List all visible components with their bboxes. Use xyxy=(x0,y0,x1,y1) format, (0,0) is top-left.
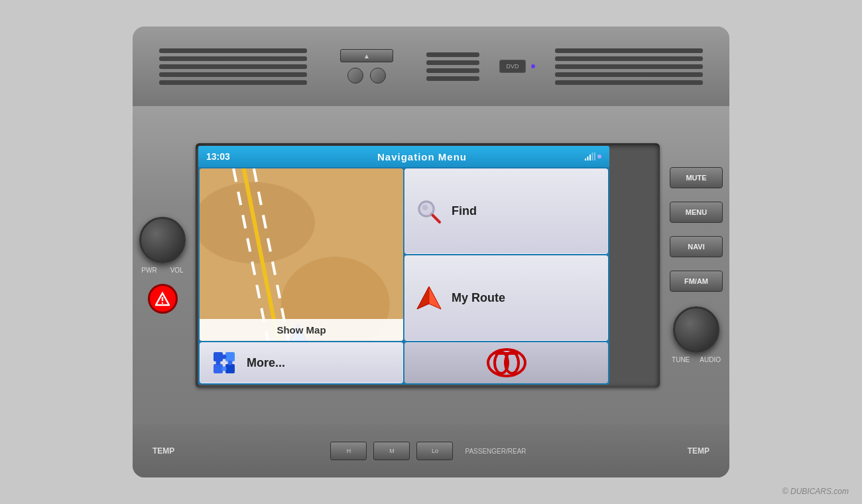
car-head-unit: ▲ DVD xyxy=(133,27,729,477)
vent-slot xyxy=(159,64,307,69)
right-buttons: MUTE MENU NAVI FM/AM TUNE AUDIO xyxy=(670,167,723,363)
magnifier-icon xyxy=(416,198,442,225)
screen-topbar: 13:03 Navigation Menu xyxy=(198,146,609,167)
eject-button[interactable]: ▲ xyxy=(340,49,393,62)
left-controls: PWR VOL xyxy=(139,217,186,314)
svg-rect-26 xyxy=(225,364,235,373)
svg-point-27 xyxy=(222,355,227,359)
temp-left-label: TEMP xyxy=(153,446,174,456)
svg-rect-24 xyxy=(225,352,235,361)
navigation-screen: 13:03 Navigation Menu xyxy=(198,146,609,385)
more-button[interactable]: More... xyxy=(200,342,403,383)
vent-slot xyxy=(159,80,307,85)
vent-dots xyxy=(347,68,386,84)
screen-bezel: 13:03 Navigation Menu xyxy=(196,143,660,387)
screen-title: Navigation Menu xyxy=(259,151,585,162)
route-icon xyxy=(414,284,444,313)
screen-container: 13:03 Navigation Menu xyxy=(196,143,660,387)
svg-point-30 xyxy=(228,361,233,365)
svg-marker-21 xyxy=(417,286,429,309)
clock-display: 13:03 xyxy=(206,151,259,162)
watermark: © DUBICARS.com xyxy=(782,487,849,496)
passenger-rear-label: PASSENGER/REAR xyxy=(460,442,531,460)
hazard-icon xyxy=(155,292,170,306)
vent-slot xyxy=(159,72,307,77)
navi-button[interactable]: NAVI xyxy=(670,236,723,257)
vent-dot-right xyxy=(370,68,386,84)
led-indicator xyxy=(531,64,535,68)
h-button[interactable]: H xyxy=(330,442,367,460)
bottom-controls: TEMP H M Lo PASSENGER/REAR TEMP xyxy=(133,424,729,477)
vent-slot xyxy=(159,56,307,61)
svg-point-17 xyxy=(422,205,428,210)
vent-slot xyxy=(555,80,703,85)
menu-button[interactable]: MENU xyxy=(670,202,723,223)
right-vent xyxy=(555,48,703,85)
svg-point-2 xyxy=(162,302,163,303)
vent-slot xyxy=(426,52,479,57)
vol-label: VOL xyxy=(170,267,184,274)
show-map-label: Show Map xyxy=(200,319,403,341)
find-button[interactable]: Find xyxy=(404,168,608,254)
vent-slot xyxy=(426,76,479,81)
signal-icon xyxy=(585,152,595,161)
more-label: More... xyxy=(247,356,285,370)
svg-point-29 xyxy=(222,367,227,371)
svg-marker-22 xyxy=(429,286,441,309)
my-route-button[interactable]: My Route xyxy=(404,255,608,341)
center-vent xyxy=(426,52,479,81)
vent-slot xyxy=(426,68,479,73)
fm-am-button[interactable]: FM/AM xyxy=(670,271,723,292)
mute-button[interactable]: MUTE xyxy=(670,167,723,188)
svg-rect-23 xyxy=(214,352,223,361)
cd-slot-area: ▲ xyxy=(327,49,406,84)
pwr-label: PWR xyxy=(141,267,156,274)
vol-knob-container: PWR VOL xyxy=(139,217,186,274)
toyota-logo-icon xyxy=(487,346,526,379)
vent-slot xyxy=(159,48,307,53)
tune-knob-container: TUNE AUDIO xyxy=(670,306,723,363)
vent-slot xyxy=(555,64,703,69)
dvd-area: DVD xyxy=(499,60,535,73)
screen-grid: Show Map xyxy=(198,167,609,385)
svg-point-28 xyxy=(216,361,221,365)
my-route-label: My Route xyxy=(452,291,505,305)
svg-rect-34 xyxy=(495,352,519,355)
left-vent xyxy=(159,48,307,85)
svg-rect-25 xyxy=(214,364,223,373)
find-label: Find xyxy=(452,204,477,218)
find-icon xyxy=(414,197,444,226)
vent-slot xyxy=(555,56,703,61)
tune-label: TUNE xyxy=(672,356,690,363)
vol-knob[interactable] xyxy=(139,217,186,263)
vent-slot xyxy=(426,60,479,65)
hazard-button[interactable] xyxy=(148,284,178,314)
puzzle-icon xyxy=(211,349,237,376)
vent-dot-left xyxy=(347,68,363,84)
toyota-button[interactable] xyxy=(404,342,608,383)
vent-top: ▲ DVD xyxy=(133,27,729,106)
vent-slot xyxy=(555,72,703,77)
audio-label: AUDIO xyxy=(700,356,721,363)
lo-button[interactable]: Lo xyxy=(416,442,453,460)
vent-slot xyxy=(555,48,703,53)
signal-area xyxy=(585,152,601,161)
svg-line-18 xyxy=(432,214,440,222)
temp-right-label: TEMP xyxy=(688,446,709,456)
m-button[interactable]: M xyxy=(373,442,410,460)
tune-knob[interactable] xyxy=(673,306,719,353)
dvd-label: DVD xyxy=(499,60,526,73)
main-row: PWR VOL 13:03 Navigation Menu xyxy=(133,106,729,424)
more-icon xyxy=(210,348,239,377)
route-arrow-icon xyxy=(414,284,444,313)
map-svg xyxy=(200,168,403,341)
signal-dot xyxy=(597,155,601,158)
map-thumbnail[interactable]: Show Map xyxy=(200,168,403,341)
climate-controls: H M Lo PASSENGER/REAR xyxy=(330,442,531,460)
